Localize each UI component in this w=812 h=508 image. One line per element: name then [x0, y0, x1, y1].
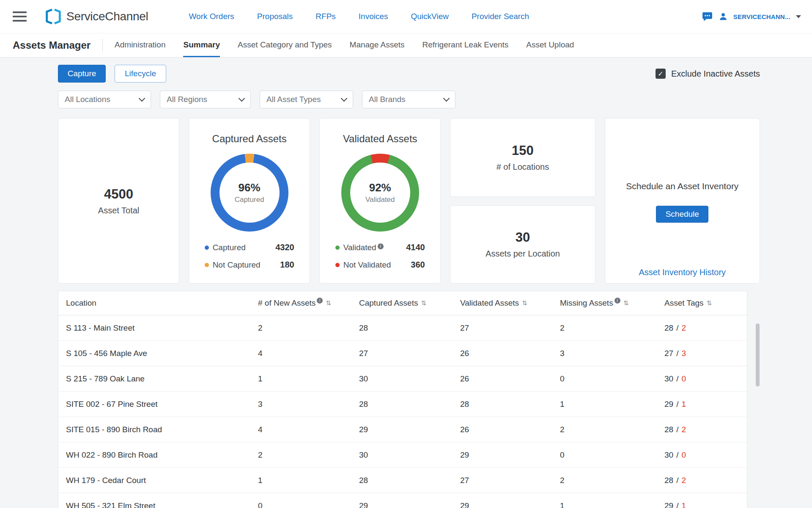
main-content: Capture Lifecycle ✓ Exclude Inactive Ass…	[58, 65, 760, 508]
info-icon[interactable]: i	[614, 298, 620, 304]
controls-row: Capture Lifecycle ✓ Exclude Inactive Ass…	[58, 65, 760, 83]
top-navigation-bar: ServiceChannel Work Orders Proposals RFP…	[0, 0, 812, 33]
locations-count-card: 150 # of Locations	[450, 118, 595, 197]
legend-row: Not Captured 180	[205, 260, 294, 270]
legend-label: Validatedi	[343, 243, 384, 252]
cell-location: WH 022 - 890 Birch Road	[66, 450, 258, 460]
sort-icon[interactable]: ⇅	[707, 299, 712, 307]
user-icon[interactable]	[719, 12, 728, 21]
legend-row: Validatedi 4140	[335, 243, 425, 252]
legend-value: 180	[280, 260, 294, 270]
asset-total-label: Asset Total	[98, 206, 139, 215]
cell-missing: 1	[560, 400, 664, 409]
captured-assets-title: Captured Assets	[189, 133, 310, 145]
capture-toggle-button[interactable]: Capture	[58, 65, 106, 83]
topbar-right: SERVICECHANN...	[702, 11, 801, 22]
cell-missing: 1	[560, 501, 664, 508]
col-validated-assets-header: Validated Assets⇅	[460, 298, 560, 308]
cell-missing: 0	[560, 374, 664, 384]
primary-nav: Work Orders Proposals RFPs Invoices Quic…	[189, 12, 529, 21]
table-scrollbar[interactable]	[756, 323, 760, 387]
tab-refrigerant-leak-events[interactable]: Refrigerant Leak Events	[422, 33, 509, 57]
cell-new-assets: 4	[258, 425, 359, 434]
tab-administration[interactable]: Administration	[115, 33, 165, 57]
schedule-inventory-title: Schedule an Asset Inventory	[626, 181, 738, 191]
messages-icon[interactable]	[702, 11, 713, 22]
filter-label: All Regions	[167, 95, 207, 104]
hamburger-bar	[13, 11, 27, 13]
hamburger-bar	[13, 16, 27, 17]
cell-validated: 26	[460, 349, 560, 358]
captured-dot-icon	[205, 246, 209, 250]
caret-down-icon[interactable]	[796, 15, 801, 18]
cell-location: SITE 002 - 67 Pine Street	[66, 400, 258, 409]
validated-donut-center: 92% Validated	[341, 154, 419, 232]
info-icon[interactable]: i	[378, 243, 384, 249]
validated-percent-label: Validated	[365, 196, 395, 204]
table-row: WH 022 - 890 Birch Road 2 30 29 0 30/0	[58, 442, 747, 468]
table-row: WH 179 - Cedar Court 1 28 27 2 28/2	[58, 468, 747, 493]
cell-captured: 28	[359, 323, 460, 333]
info-icon[interactable]: i	[317, 298, 323, 304]
tab-summary[interactable]: Summary	[183, 33, 220, 57]
tab-asset-category-and-types[interactable]: Asset Category and Types	[238, 33, 332, 57]
nav-item-proposals[interactable]: Proposals	[257, 12, 293, 21]
nav-item-quickview[interactable]: QuickView	[411, 12, 449, 21]
validated-dot-icon	[335, 246, 340, 250]
filter-label: All Asset Types	[266, 95, 321, 104]
cell-validated: 28	[460, 400, 560, 409]
schedule-button[interactable]: Schedule	[656, 206, 708, 223]
validated-legend: Validatedi 4140 Not Validated 360	[335, 243, 425, 270]
cell-location: S 105 - 456 Maple Ave	[66, 349, 258, 358]
validated-donut-chart: 92% Validated	[341, 154, 419, 232]
table-row: SITE 002 - 67 Pine Street 3 28 28 1 29/1	[58, 392, 747, 417]
cell-validated: 29	[460, 450, 560, 460]
filter-all-brands[interactable]: All Brands	[362, 91, 455, 108]
filter-all-asset-types[interactable]: All Asset Types	[260, 91, 353, 108]
cell-captured: 28	[359, 476, 460, 485]
cell-new-assets: 1	[258, 476, 359, 485]
filter-label: All Locations	[65, 95, 110, 104]
assets-manager-subnav: Assets Manager Administration Summary As…	[0, 33, 812, 58]
captured-legend: Captured 4320 Not Captured 180	[205, 243, 294, 270]
cell-asset-tags: 28/2	[664, 425, 747, 434]
tab-manage-assets[interactable]: Manage Assets	[350, 33, 405, 57]
cell-captured: 30	[359, 450, 460, 460]
tab-asset-upload[interactable]: Asset Upload	[526, 33, 574, 57]
sort-icon[interactable]: ⇅	[522, 299, 527, 307]
not-validated-dot-icon	[335, 263, 340, 267]
check-icon: ✓	[658, 70, 663, 78]
locations-table-wrap: Location # of New Assetsi⇅ Captured Asse…	[58, 291, 760, 508]
cell-location: S 215 - 789 Oak Lane	[66, 374, 258, 384]
filter-all-regions[interactable]: All Regions	[160, 91, 251, 108]
assets-per-location-card: 30 Assets per Location	[450, 205, 595, 284]
chevron-down-icon	[139, 95, 145, 102]
cell-missing: 3	[560, 349, 664, 358]
account-name[interactable]: SERVICECHANN...	[733, 13, 790, 20]
col-asset-tags-header: Asset Tags⇅	[664, 298, 747, 308]
brand-name: ServiceChannel	[66, 10, 148, 23]
legend-label: Not Captured	[213, 260, 261, 270]
hamburger-menu-icon[interactable]	[13, 11, 27, 22]
cell-captured: 29	[359, 501, 460, 508]
nav-item-provider-search[interactable]: Provider Search	[472, 12, 529, 21]
exclude-inactive-checkbox[interactable]: ✓	[656, 69, 666, 79]
cell-validated: 26	[460, 425, 560, 434]
sort-icon[interactable]: ⇅	[326, 299, 331, 307]
filter-all-locations[interactable]: All Locations	[58, 91, 151, 108]
asset-inventory-history-link[interactable]: Asset Inventory History	[639, 268, 726, 277]
assets-per-location-label: Assets per Location	[486, 249, 560, 259]
cell-new-assets: 3	[258, 400, 359, 409]
col-new-assets-header: # of New Assetsi⇅	[258, 298, 359, 308]
sort-icon[interactable]: ⇅	[623, 299, 629, 307]
sort-icon[interactable]: ⇅	[421, 299, 426, 307]
lifecycle-toggle-button[interactable]: Lifecycle	[115, 65, 166, 83]
nav-item-invoices[interactable]: Invoices	[359, 12, 388, 21]
cell-missing: 2	[560, 323, 664, 333]
cell-new-assets: 2	[258, 323, 359, 333]
nav-item-work-orders[interactable]: Work Orders	[189, 12, 234, 21]
asset-total-card: 4500 Asset Total	[58, 118, 179, 284]
brand: ServiceChannel	[44, 7, 148, 26]
nav-item-rfps[interactable]: RFPs	[315, 12, 336, 21]
cell-validated: 27	[460, 323, 560, 333]
